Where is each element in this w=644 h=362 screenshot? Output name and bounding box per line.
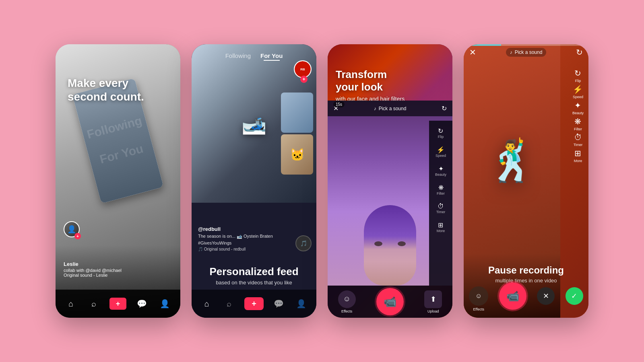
mini-video-2: 🐱 [281,134,313,175]
search-icon[interactable]: ⌕ [222,296,236,311]
card2-promo-text: Personalized feed based on the videos th… [192,265,316,286]
add-button[interactable]: + [244,297,264,310]
profile-icon[interactable]: 👤 [294,296,308,311]
username: Leslie [64,261,122,267]
skier-figure: 🎿 [242,112,266,135]
modal-header-bar: ✕ ♪ Pick a sound ↻ [328,101,452,116]
effects-wrapper: ☺ Effects [469,286,488,306]
beauty-tool[interactable]: ✦ Beauty [433,162,448,180]
recording-time: 15s [333,101,345,107]
speed-tool[interactable]: ⚡ Speed [573,84,583,99]
more-tool[interactable]: ⊞ More [435,218,447,236]
card4-bottom-controls: ☺ Effects 📹 ✕ ✓ [464,282,588,310]
mini-video-1 [281,93,313,133]
more-tool[interactable]: ⊞ More [574,148,582,163]
home-icon[interactable]: ⌂ [64,296,78,311]
card4-person-area: 🕺 [468,64,556,257]
home-icon[interactable]: ⌂ [200,296,214,311]
user-info: Leslie collab with @david @michael Origi… [64,261,122,278]
cancel-button[interactable]: ✕ [537,287,555,305]
close-button[interactable]: ✕ [469,47,476,57]
collab-text: collab with @david @michael [64,268,122,273]
video-hashtag: #GivesYouWings [198,241,292,245]
card3-bottom-controls: ☺ Effects 📹 ⬆ Upload [328,286,452,318]
card3-modal-overlay: ✕ ♪ Pick a sound ↻ ↻ Flip ⚡ Speed ✦ [328,101,452,286]
card4-title: Pause recording [472,265,580,276]
refresh-button[interactable]: ↻ [576,47,583,57]
card1-headline: Make every second count. [68,76,144,103]
messages-icon[interactable]: 💬 [135,296,149,311]
card4-right-tools: ↻ Flip ⚡ Speed ✦ Beauty ❋ Filter ⏱ Timer… [572,68,584,163]
sound-text: Original sound - Leslie [64,273,122,278]
card4-promo-text: Pause recording multiple times in one vi… [464,265,588,284]
phone-card-2: 🎿 Following For You RB + 🐱 @redbull The … [192,44,316,318]
beauty-tool[interactable]: ✦ Beauty [572,101,584,115]
overlay-videos: 🐱 [281,93,313,175]
effects-label: Effects [473,307,484,311]
music-selector[interactable]: ♪ Pick a sound [506,48,547,57]
phone-card-1: Make every second count. FollowingFor Yo… [56,44,180,318]
vinyl-button[interactable]: 🎵 [295,235,312,251]
add-button[interactable]: + [109,298,126,310]
phone-card-3: Transform your look with our face and ha… [328,44,452,318]
filter-tool[interactable]: ❋ Filter [574,117,582,131]
card1-nav-bar: ⌂ ⌕ + 💬 👤 [56,290,180,318]
timer-tool[interactable]: ⏱ Timer [435,200,447,217]
modal-title-area: ♪ Pick a sound [374,106,407,111]
phone-card-4: 🕺 ✕ ♪ Pick a sound ↻ ↻ Flip ⚡ Speed [464,44,588,318]
video-info: @redbull The season is on... 🎿 Oystein B… [198,226,292,251]
search-icon[interactable]: ⌕ [87,296,101,311]
video-account: @redbull [198,226,292,232]
card4-top-bar: ✕ ♪ Pick a sound ↻ [464,47,588,57]
main-container: Make every second count. FollowingFor Yo… [39,28,605,334]
record-button[interactable]: 📹 [376,288,404,315]
upload-control[interactable]: ⬆ Upload [424,290,442,313]
tab-following[interactable]: Following [225,52,251,59]
messages-icon[interactable]: 💬 [272,296,286,311]
card2-title: Personalized feed [200,265,308,278]
speed-tool[interactable]: ⚡ Speed [434,143,448,161]
effects-button[interactable]: ☺ [469,286,488,306]
card1-title: Make every second count. [68,76,144,103]
person-emoji: 🕺 [487,137,537,185]
video-caption: The season is on... 🎿 Oystein Braten [198,234,292,239]
tab-foryou[interactable]: For You [260,52,283,59]
video-music: 🎵 Original sound - redbull [198,247,292,251]
card2-subtitle: based on the videos that you like [200,280,308,286]
progress-bar-container [464,44,588,46]
progress-bar-fill [464,44,501,46]
timer-tool[interactable]: ⏱ Timer [574,133,583,147]
card3-headline: Transform your look with our face and ha… [336,68,412,102]
filter-tool[interactable]: ❋ Filter [435,181,446,199]
effects-control[interactable]: ☺ Effects [338,290,356,313]
profile-icon[interactable]: 👤 [158,296,172,311]
redbull-follow[interactable]: + [300,76,308,83]
follow-button[interactable]: + [74,233,81,239]
confirm-button[interactable]: ✓ [566,287,583,305]
feed-tabs: Following For You [192,52,316,59]
flip-tool[interactable]: ↻ Flip [574,68,581,83]
card2-nav-bar: ⌂ ⌕ + 💬 👤 [192,290,316,318]
modal-title-text: Pick a sound [379,106,407,111]
right-tools-panel: ↻ Flip ⚡ Speed ✦ Beauty ❋ Filter ⏱ Tim [429,121,452,286]
record-main-button[interactable]: 📹 [499,282,526,310]
flip-tool[interactable]: ↻ Flip [436,124,446,142]
pick-sound-label: Pick a sound [515,49,543,55]
active-tab-indicator [264,60,280,61]
modal-refresh-btn[interactable]: ↻ [442,105,447,112]
card3-title: Transform your look [336,68,412,93]
